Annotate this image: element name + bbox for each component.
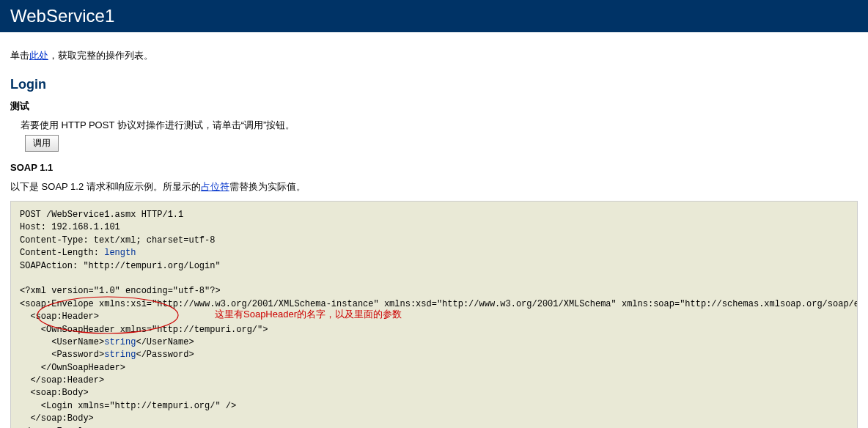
annotation-text: 这里有SoapHeader的名字，以及里面的参数 — [215, 308, 402, 322]
request-code-box: POST /WebService1.asmx HTTP/1.1 Host: 19… — [10, 201, 858, 428]
req-line: <OwnSoapHeader xmlns="http://tempuri.org… — [20, 325, 268, 335]
here-link[interactable]: 此处 — [29, 50, 48, 61]
req-line: <Login xmlns="http://tempuri.org/" /> — [20, 401, 236, 411]
test-heading: 测试 — [10, 100, 858, 113]
req-line: Content-Type: text/xml; charset=utf-8 — [20, 235, 215, 246]
req-line: </OwnSoapHeader> — [20, 363, 125, 373]
test-block: 若要使用 HTTP POST 协议对操作进行测试，请单击“调用”按钮。 调用 — [10, 119, 858, 152]
placeholder-length: length — [104, 248, 136, 258]
req-line: <soap:Envelope xmlns:xsi="http://www.w3.… — [20, 299, 858, 309]
req-line: <soap:Header> — [20, 311, 99, 322]
soap-desc-suffix: 需替换为实际值。 — [229, 181, 306, 192]
req-line: Host: 192.168.1.101 — [20, 222, 120, 232]
req-line: Content-Length: — [20, 248, 104, 258]
page-title: WebService1 — [10, 6, 114, 26]
operation-name: Login — [10, 77, 858, 92]
req-line: POST /WebService1.asmx HTTP/1.1 — [20, 210, 183, 220]
soap-desc-prefix: 以下是 SOAP 1.2 请求和响应示例。所显示的 — [10, 181, 201, 192]
placeholder-string: string — [104, 337, 136, 347]
placeholder-string: string — [104, 350, 136, 360]
req-line: <UserName> — [20, 337, 104, 347]
req-line: <Password> — [20, 350, 104, 360]
req-line: </UserName> — [136, 337, 194, 347]
placeholder-link[interactable]: 占位符 — [201, 181, 229, 192]
req-line: </soap:Body> — [20, 413, 94, 424]
req-line: <soap:Body> — [20, 388, 89, 398]
intro-suffix: ，获取完整的操作列表。 — [48, 50, 153, 61]
req-line: SOAPAction: "http://tempuri.org/Login" — [20, 261, 221, 271]
invoke-button[interactable]: 调用 — [25, 135, 59, 152]
req-line: </soap:Header> — [20, 375, 104, 385]
test-desc: 若要使用 HTTP POST 协议对操作进行测试，请单击“调用”按钮。 — [21, 119, 858, 132]
content-area: 单击此处，获取完整的操作列表。 Login 测试 若要使用 HTTP POST … — [0, 32, 868, 428]
soap-label: SOAP 1.1 — [10, 162, 858, 173]
page-header: WebService1 — [0, 0, 868, 32]
intro-line: 单击此处，获取完整的操作列表。 — [10, 49, 858, 62]
soap-desc: 以下是 SOAP 1.2 请求和响应示例。所显示的占位符需替换为实际值。 — [10, 180, 858, 193]
intro-prefix: 单击 — [10, 50, 29, 61]
req-line: </Password> — [136, 350, 194, 360]
req-line: <?xml version="1.0" encoding="utf-8"?> — [20, 286, 221, 296]
